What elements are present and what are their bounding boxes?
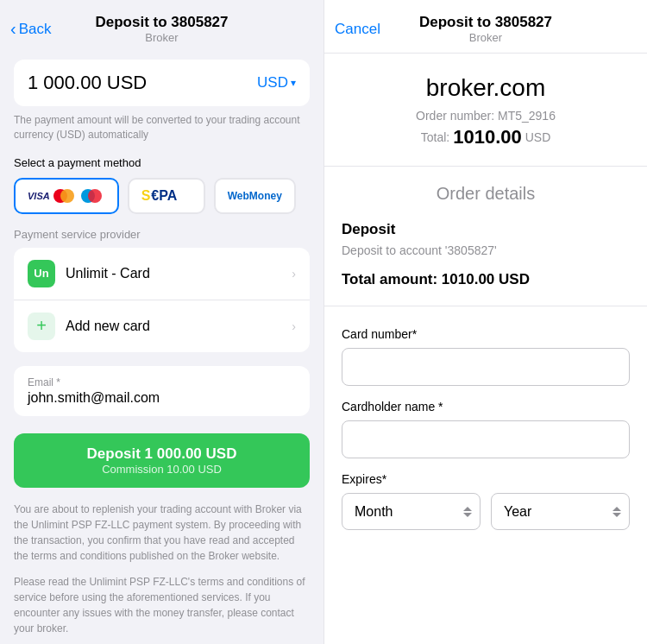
provider-list: Un Unlimit - Card › + Add new card › [14, 248, 310, 352]
sepa-logo: S €PA [141, 188, 178, 204]
card-number-field: Card number* [342, 327, 630, 386]
unlimit-chevron-icon: › [292, 267, 296, 281]
currency-value: USD [257, 74, 288, 92]
disclaimer-1: You are about to replenish your trading … [14, 502, 310, 564]
left-header-text: Deposit to 3805827 Broker [95, 14, 228, 44]
maestro-red-circle [88, 189, 102, 203]
right-header-text: Deposit to 3805827 Broker [419, 14, 552, 44]
cancel-button[interactable]: Cancel [335, 21, 380, 38]
email-value: john.smith@mail.com [28, 390, 296, 406]
year-select[interactable]: Year 2024 2025 2026 2027 2028 2029 2030 [491, 493, 630, 530]
order-total-line: Total: 1010.00 USD [342, 126, 630, 148]
left-subtitle: Broker [95, 31, 228, 44]
card-number-input[interactable] [342, 348, 630, 386]
add-card-chevron-icon: › [292, 319, 296, 333]
order-description: Deposit to account '3805827' [342, 243, 630, 257]
month-wrapper: Month 01 02 03 04 05 06 07 08 09 10 11 1… [342, 493, 481, 530]
divider-1 [324, 166, 647, 167]
order-number: Order number: MT5_2916 [342, 109, 630, 123]
add-card-icon: + [28, 313, 55, 340]
payment-methods-label: Select a payment method [14, 156, 310, 169]
webmoney-text: WebMoney [228, 190, 282, 202]
visa-logo: VISA [28, 191, 50, 201]
back-chevron-icon: ‹ [10, 20, 16, 37]
currency-selector[interactable]: USD ▾ [257, 74, 296, 92]
mastercard-icon [53, 188, 78, 204]
order-total-amount-full: Total amount: 1010.00 USD [342, 271, 630, 288]
left-content: 1 000.00 USD USD ▾ The payment amount wi… [0, 53, 324, 644]
cardholder-label: Cardholder name * [342, 400, 630, 414]
currency-chevron-icon: ▾ [291, 77, 296, 89]
total-currency: USD [525, 130, 551, 144]
expires-selects: Month 01 02 03 04 05 06 07 08 09 10 11 1… [342, 493, 630, 530]
month-select[interactable]: Month 01 02 03 04 05 06 07 08 09 10 11 1… [342, 493, 481, 530]
left-panel: ‹ Back Deposit to 3805827 Broker 1 000.0… [0, 0, 324, 644]
deposit-btn-sub-label: Commission 10.00 USD [26, 463, 298, 476]
cardholder-field: Cardholder name * [342, 400, 630, 458]
expires-label: Expires* [342, 472, 630, 486]
mc-orange-circle [60, 189, 74, 203]
payment-method-webmoney[interactable]: WebMoney [214, 178, 296, 214]
right-panel: Cancel Deposit to 3805827 Broker broker.… [324, 0, 647, 644]
order-type: Deposit [342, 221, 630, 238]
order-details-title: Order details [342, 184, 630, 204]
disclaimer-2: Please read the Unlimint PSP FZ-LLC's te… [14, 574, 310, 636]
total-amount: 1010.00 [453, 126, 522, 148]
back-label: Back [19, 21, 52, 38]
maestro-icon [81, 188, 105, 204]
provider-item-unlimit[interactable]: Un Unlimit - Card › [14, 248, 310, 300]
amount-value: 1 000.00 USD [28, 72, 147, 94]
right-content: broker.com Order number: MT5_2916 Total:… [324, 54, 647, 547]
email-box: Email * john.smith@mail.com [14, 366, 310, 416]
provider-item-add[interactable]: + Add new card › [14, 300, 310, 352]
right-subtitle: Broker [419, 31, 552, 44]
left-header: ‹ Back Deposit to 3805827 Broker [0, 0, 324, 53]
payment-method-card[interactable]: VISA [14, 178, 119, 214]
provider-label: Payment service provider [14, 228, 310, 241]
right-title: Deposit to 3805827 [419, 14, 552, 31]
email-label: Email * [28, 376, 296, 388]
unlimit-icon: Un [28, 260, 55, 287]
amount-box: 1 000.00 USD USD ▾ [14, 60, 310, 106]
card-number-label: Card number* [342, 327, 630, 341]
add-card-name: Add new card [66, 319, 281, 334]
merchant-name: broker.com [342, 74, 630, 102]
back-button[interactable]: ‹ Back [10, 21, 51, 38]
sepa-text: €PA [151, 188, 177, 204]
unlimit-name: Unlimit - Card [66, 266, 281, 281]
conversion-note: The payment amount will be converted to … [14, 113, 310, 142]
cardholder-input[interactable] [342, 420, 630, 458]
divider-2 [324, 306, 647, 306]
sepa-star-icon: S [141, 188, 151, 204]
deposit-btn-main-label: Deposit 1 000.00 USD [26, 445, 298, 463]
right-header: Cancel Deposit to 3805827 Broker [324, 0, 647, 54]
payment-method-sepa[interactable]: S €PA [128, 178, 205, 214]
deposit-button[interactable]: Deposit 1 000.00 USD Commission 10.00 US… [14, 433, 310, 488]
expires-section: Expires* Month 01 02 03 04 05 06 07 08 0… [342, 472, 630, 530]
left-title: Deposit to 3805827 [95, 14, 228, 31]
payment-methods: VISA S €PA WebMoney [14, 178, 310, 214]
year-wrapper: Year 2024 2025 2026 2027 2028 2029 2030 [491, 493, 630, 530]
total-label: Total: [421, 130, 449, 144]
